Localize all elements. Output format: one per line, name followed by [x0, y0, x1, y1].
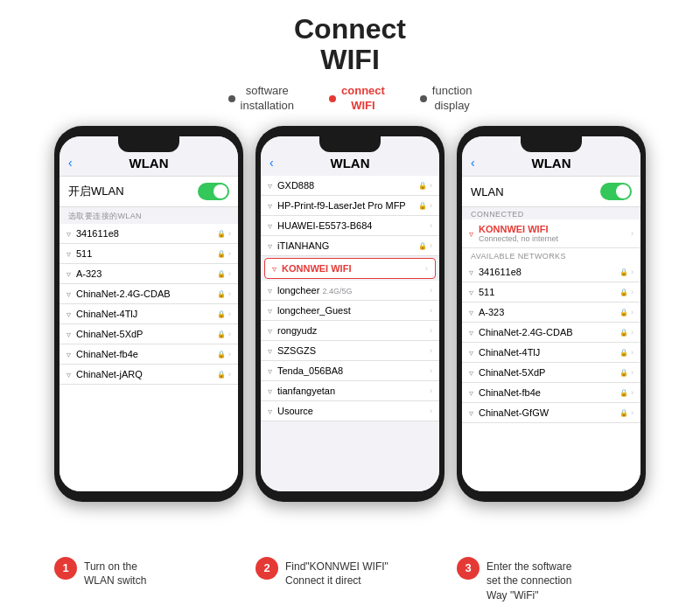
phone-3: ‹ WLAN WLAN CONNECTED ▿ KONNWEI WIFI Con… — [457, 126, 646, 502]
instruction-2: 2 Find"KONNWEI WIFI"Connect it direct — [256, 557, 444, 603]
lock-icon: 🔒 — [418, 182, 427, 190]
list-item[interactable]: ▿HP-Print-f9-LaserJet Pro MFP🔒› — [261, 196, 439, 216]
chevron-icon: › — [430, 221, 432, 230]
wifi-icon: ▿ — [469, 268, 473, 277]
chevron-icon: › — [228, 249, 231, 258]
list-item[interactable]: ▿ChinaNet-4TlJ🔒› — [462, 343, 640, 363]
wifi-icon: ▿ — [469, 288, 473, 297]
chevron-icon: › — [631, 328, 634, 337]
lock-icon: 🔒 — [620, 309, 628, 316]
phone-1: ‹ WLAN 开启WLAN 选取要连接的WLAN ▿341611e8🔒› ▿51… — [54, 126, 243, 502]
lock-icon: 🔒 — [217, 371, 226, 379]
lock-icon: 🔒 — [620, 268, 628, 276]
list-item[interactable]: ▿ChinaNet-5XdP🔒› — [60, 324, 238, 344]
wifi-icon: ▿ — [469, 328, 473, 337]
list-item[interactable]: ▿longcheer 2.4G/5G› — [261, 281, 439, 301]
chevron-icon: › — [228, 309, 231, 318]
phone-1-back[interactable]: ‹ — [68, 156, 73, 170]
phone-1-wlan-label: 开启WLAN — [68, 184, 124, 199]
wifi-icon: ▿ — [268, 181, 272, 191]
list-item[interactable]: ▿GXD888🔒› — [261, 176, 439, 196]
phone-2-back[interactable]: ‹ — [270, 156, 274, 170]
instruction-3: 3 Enter the softwareset the connectionWa… — [457, 557, 646, 603]
wifi-icon: ▿ — [268, 306, 272, 316]
wifi-icon: ▿ — [272, 264, 276, 274]
list-item[interactable]: ▿tianfangyetan› — [261, 381, 439, 401]
list-item[interactable]: ▿511🔒› — [60, 244, 238, 264]
chevron-icon: › — [631, 368, 634, 377]
steps-nav: softwareinstallation connectWIFI functio… — [228, 84, 472, 114]
list-item[interactable]: ▿Usource› — [261, 401, 439, 421]
chevron-icon: › — [631, 348, 634, 357]
wifi-icon: ▿ — [66, 289, 71, 299]
list-item[interactable]: ▿Tenda_056BA8› — [261, 361, 439, 381]
chevron-icon: › — [430, 386, 432, 395]
list-item[interactable]: ▿341611e8🔒› — [60, 224, 238, 244]
lock-icon: 🔒 — [620, 349, 628, 357]
phone-3-wifi-list: ▿ KONNWEI WIFI Connected, no internet › … — [462, 219, 640, 491]
chevron-icon: › — [228, 350, 231, 358]
connected-network-item[interactable]: ▿ KONNWEI WIFI Connected, no internet › — [462, 219, 640, 248]
phone-3-back[interactable]: ‹ — [471, 156, 475, 170]
wifi-icon: ▿ — [469, 388, 473, 398]
list-item[interactable]: ▿ChinaNet-jARQ🔒› — [60, 365, 238, 385]
phone-3-wlan-toggle[interactable]: WLAN — [462, 176, 640, 207]
phone-2-notch — [319, 136, 381, 152]
lock-icon: 🔒 — [620, 409, 628, 417]
list-item[interactable]: ▿341611e8🔒› — [462, 262, 640, 282]
chevron-icon: › — [228, 330, 231, 338]
step-label-1: softwareinstallation — [241, 84, 294, 114]
phone-3-toggle[interactable] — [600, 183, 632, 200]
list-item[interactable]: ▿longcheer_Guest› — [261, 301, 439, 321]
chevron-icon: › — [425, 264, 428, 273]
instruction-1: 1 Turn on theWLAN switch — [54, 557, 243, 603]
wifi-icon: ▿ — [66, 269, 71, 279]
list-item[interactable]: ▿A-323🔒› — [462, 303, 640, 323]
instruction-text-3: Enter the softwareset the connectionWay … — [486, 557, 571, 603]
list-item[interactable]: ▿ChinaNet-4TlJ🔒› — [60, 304, 238, 324]
step-number-3: 3 — [457, 557, 480, 580]
phone-3-wlan-label: WLAN — [471, 185, 504, 198]
phone-3-title: WLAN — [532, 156, 571, 170]
chevron-icon: › — [430, 407, 432, 415]
step-nav-2: connectWIFI — [329, 84, 385, 114]
wifi-icon: ▿ — [66, 229, 71, 239]
list-item[interactable]: ▿ChinaNet-2.4G-CDAB🔒› — [462, 323, 640, 343]
konnwei-wifi-item[interactable]: ▿KONNWEI WIFI› — [264, 258, 436, 279]
phone-1-screen: ‹ WLAN 开启WLAN 选取要连接的WLAN ▿341611e8🔒› ▿51… — [60, 136, 238, 491]
step-dot-2 — [329, 95, 336, 102]
list-item[interactable]: ▿iTIANHANG🔒› — [261, 236, 439, 256]
phone-3-notch — [521, 136, 582, 152]
list-item[interactable]: ▿ChinaNet-5XdP🔒› — [462, 363, 640, 383]
list-item[interactable]: ▿ChinaNet-fb4e🔒› — [462, 383, 640, 403]
list-item[interactable]: ▿ChinaNet-fb4e🔒› — [60, 344, 238, 365]
list-item[interactable]: ▿SZSGZS› — [261, 341, 439, 361]
list-item[interactable]: ▿511🔒› — [462, 282, 640, 303]
lock-icon: 🔒 — [217, 351, 226, 358]
instruction-text-2: Find"KONNWEI WIFI"Connect it direct — [285, 557, 388, 589]
list-item[interactable]: ▿rongyudz› — [261, 321, 439, 341]
wifi-icon: ▿ — [268, 221, 272, 231]
list-item[interactable]: ▿A-323🔒› — [60, 264, 238, 284]
phone-1-wlan-toggle[interactable]: 开启WLAN — [60, 176, 238, 207]
wifi-icon: ▿ — [469, 368, 473, 378]
wifi-icon: ▿ — [469, 308, 473, 317]
list-item[interactable]: ▿ChinaNet-2.4G-CDAB🔒› — [60, 284, 238, 304]
list-item[interactable]: ▿ChinaNet-GfGW🔒› — [462, 403, 640, 423]
page-title: Connect WIFI — [294, 14, 406, 75]
wifi-icon: ▿ — [268, 286, 272, 296]
phone-2-screen: ‹ WLAN ▿GXD888🔒› ▿HP-Print-f9-LaserJet P… — [261, 136, 439, 491]
wifi-icon: ▿ — [268, 326, 272, 336]
lock-icon: 🔒 — [217, 230, 226, 238]
instructions-row: 1 Turn on theWLAN switch 2 Find"KONNWEI … — [18, 557, 682, 603]
phone-3-screen: ‹ WLAN WLAN CONNECTED ▿ KONNWEI WIFI Con… — [462, 136, 640, 491]
phone-1-section-label: 选取要连接的WLAN — [60, 207, 238, 224]
phone-1-title: WLAN — [130, 156, 169, 170]
wifi-icon: ▿ — [66, 370, 71, 379]
step-label-2: connectWIFI — [341, 84, 385, 114]
phone-1-toggle[interactable] — [198, 183, 229, 200]
phone-1-wifi-list: ▿341611e8🔒› ▿511🔒› ▿A-323🔒› ▿ChinaNet-2.… — [60, 224, 238, 491]
lock-icon: 🔒 — [217, 310, 226, 318]
list-item[interactable]: ▿HUAWEI-E5573-B684› — [261, 216, 439, 236]
chevron-icon: › — [430, 346, 432, 355]
